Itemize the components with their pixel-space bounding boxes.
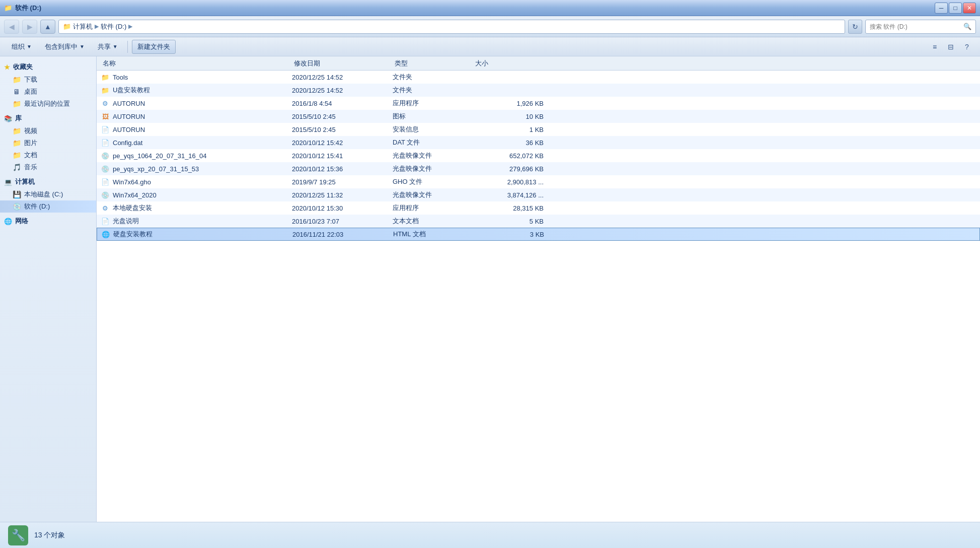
network-icon: 🌐 [4, 218, 12, 225]
file-name-cell: 📄 光盘说明 [101, 217, 292, 226]
maximize-button[interactable]: □ [949, 3, 962, 14]
organize-button[interactable]: 组织 ▼ [6, 40, 37, 54]
sidebar-header-library[interactable]: 📚 库 [0, 112, 96, 125]
file-name: 硬盘安装教程 [113, 230, 153, 239]
sidebar-item-local-d[interactable]: 💿 软件 (D:) [0, 200, 96, 213]
sidebar-item-desktop[interactable]: 🖥 桌面 [0, 86, 96, 98]
table-row[interactable]: 📁 Tools 2020/12/25 14:52 文件夹 [97, 71, 980, 84]
file-size-cell: 10 KB [473, 113, 544, 120]
file-name-cell: 🌐 硬盘安装教程 [101, 230, 292, 239]
table-row[interactable]: 💿 pe_yqs_1064_20_07_31_16_04 2020/10/12 … [97, 149, 980, 162]
file-date-cell: 2020/10/12 15:36 [292, 165, 393, 173]
file-icon: 📄 [101, 177, 110, 186]
title-bar-title: 📁 软件 (D:) [4, 4, 41, 13]
file-name-cell: 🖼 AUTORUN [101, 112, 292, 121]
table-row[interactable]: 📁 U盘安装教程 2020/12/25 14:52 文件夹 [97, 84, 980, 97]
table-row[interactable]: ⚙ 本地硬盘安装 2020/10/12 15:30 应用程序 28,315 KB [97, 201, 980, 215]
close-button[interactable]: ✕ [963, 3, 976, 14]
sidebar-item-music[interactable]: 🎵 音乐 [0, 161, 96, 173]
file-name: Config.dat [113, 139, 142, 147]
share-button[interactable]: 共享 ▼ [92, 40, 123, 54]
sidebar-header-favorites[interactable]: ★ 收藏夹 [0, 60, 96, 74]
sidebar-item-downloads[interactable]: 📁 下载 [0, 74, 96, 86]
recent-icon: 📁 [12, 99, 21, 108]
minimize-button[interactable]: ─ [935, 3, 948, 14]
up-icon: ▲ [44, 23, 51, 31]
file-list-scroll[interactable]: 📁 Tools 2020/12/25 14:52 文件夹 📁 U盘安装教程 20… [97, 71, 980, 522]
new-folder-button[interactable]: 新建文件夹 [132, 40, 176, 54]
file-name-cell: ⚙ AUTORUN [101, 99, 292, 108]
forward-button[interactable]: ▶ [22, 20, 37, 34]
refresh-icon: ↻ [852, 23, 858, 31]
table-row[interactable]: 💿 pe_yqs_xp_20_07_31_15_53 2020/10/12 15… [97, 162, 980, 175]
file-name-cell: 📄 AUTORUN [101, 125, 292, 134]
up-button[interactable]: ▲ [40, 20, 55, 34]
file-size-cell: 279,696 KB [473, 165, 544, 173]
table-row[interactable]: 📄 Win7x64.gho 2019/9/7 19:25 GHO 文件 2,90… [97, 175, 980, 188]
file-size-cell: 652,072 KB [473, 152, 544, 160]
sidebar-item-recent[interactable]: 📁 最近访问的位置 [0, 98, 96, 110]
downloads-label: 下载 [24, 75, 37, 84]
local-c-label: 本地磁盘 (C:) [24, 190, 63, 199]
file-type-cell: DAT 文件 [393, 138, 473, 147]
breadcrumb-drive[interactable]: 软件 (D:) [101, 22, 126, 31]
refresh-button[interactable]: ↻ [848, 20, 862, 34]
file-type-cell: 安装信息 [393, 125, 473, 134]
sidebar-header-network[interactable]: 🌐 网络 [0, 215, 96, 228]
file-name-cell: 📁 Tools [101, 73, 292, 82]
title-bar: 📁 软件 (D:) ─ □ ✕ [0, 0, 980, 16]
search-icon: 🔍 [963, 23, 971, 30]
table-row[interactable]: 🌐 硬盘安装教程 2016/11/21 22:03 HTML 文档 3 KB [97, 228, 980, 241]
breadcrumb-computer[interactable]: 计算机 [73, 22, 93, 31]
breadcrumb[interactable]: 📁 计算机 ▶ 软件 (D:) ▶ [58, 20, 845, 34]
col-header-size[interactable]: 大小 [473, 56, 544, 70]
computer-label: 计算机 [15, 177, 35, 186]
sidebar-item-documents[interactable]: 📁 文档 [0, 149, 96, 161]
include-library-button[interactable]: 包含到库中 ▼ [39, 40, 90, 54]
col-header-type[interactable]: 类型 [393, 56, 473, 70]
sidebar-item-local-c[interactable]: 💾 本地磁盘 (C:) [0, 188, 96, 200]
file-icon: 💿 [101, 190, 110, 199]
file-type-cell: 文件夹 [393, 73, 473, 82]
file-date-cell: 2020/12/25 14:52 [292, 87, 393, 94]
file-name-cell: 📄 Win7x64.gho [101, 177, 292, 186]
view-toggle-button[interactable]: ⊟ [944, 40, 958, 53]
table-row[interactable]: 📄 光盘说明 2016/10/23 7:07 文本文档 5 KB [97, 215, 980, 228]
table-row[interactable]: 📄 AUTORUN 2015/5/10 2:45 安装信息 1 KB [97, 123, 980, 136]
back-button[interactable]: ◀ [4, 20, 19, 34]
search-bar[interactable]: 🔍 [865, 20, 976, 34]
main-area: ★ 收藏夹 📁 下载 🖥 桌面 📁 最近访问的位置 📚 库 � [0, 56, 980, 522]
help-button[interactable]: ? [960, 40, 974, 53]
file-icon: 📁 [101, 73, 110, 82]
sidebar-item-video[interactable]: 📁 视频 [0, 125, 96, 137]
file-name-cell: 💿 pe_yqs_1064_20_07_31_16_04 [101, 151, 292, 160]
file-name: AUTORUN [113, 100, 145, 107]
sidebar-item-pictures[interactable]: 📁 图片 [0, 137, 96, 149]
file-name: pe_yqs_1064_20_07_31_16_04 [113, 152, 207, 160]
col-header-name[interactable]: 名称 [101, 56, 292, 70]
file-name: Win7x64_2020 [113, 191, 157, 199]
music-icon: 🎵 [12, 163, 21, 172]
file-size-cell: 36 KB [473, 139, 544, 147]
file-list-header: 名称 修改日期 类型 大小 [97, 56, 980, 71]
view-options-button[interactable]: ≡ [928, 40, 942, 53]
table-row[interactable]: 💿 Win7x64_2020 2020/12/25 11:32 光盘映像文件 3… [97, 188, 980, 201]
file-name: Win7x64.gho [113, 178, 151, 186]
back-icon: ◀ [9, 23, 15, 31]
video-label: 视频 [24, 126, 37, 135]
file-type-cell: 文件夹 [393, 86, 473, 95]
file-type-cell: HTML 文档 [393, 230, 474, 239]
table-row[interactable]: ⚙ AUTORUN 2016/1/8 4:54 应用程序 1,926 KB [97, 97, 980, 110]
window-icon: 📁 [4, 4, 12, 12]
col-header-modified[interactable]: 修改日期 [292, 56, 393, 70]
file-icon: 📄 [101, 125, 110, 134]
table-row[interactable]: 📄 Config.dat 2020/10/12 15:42 DAT 文件 36 … [97, 136, 980, 149]
search-input[interactable] [870, 23, 961, 30]
sidebar-header-computer[interactable]: 💻 计算机 [0, 175, 96, 188]
file-date-cell: 2016/10/23 7:07 [292, 218, 393, 225]
table-row[interactable]: 🖼 AUTORUN 2015/5/10 2:45 图标 10 KB [97, 110, 980, 123]
video-icon: 📁 [12, 126, 21, 135]
file-name: 光盘说明 [113, 217, 139, 226]
file-type-cell: 文本文档 [393, 217, 473, 226]
file-size-cell: 5 KB [473, 218, 544, 225]
